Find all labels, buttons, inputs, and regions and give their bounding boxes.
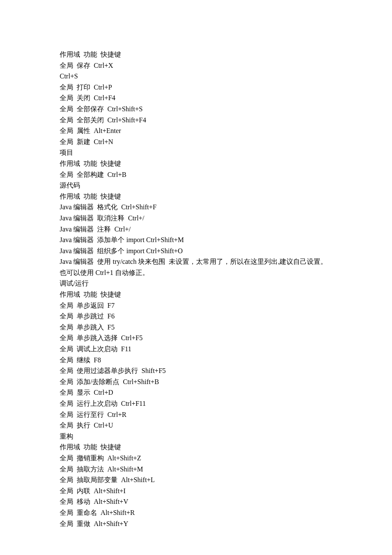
text-line: 全局 属性 Alt+Enter [60,125,332,136]
text-line: 全局 单步返回 F7 [60,300,332,311]
text-line: 作用域 功能 快捷键 [60,49,332,60]
text-line: 全局 关闭 Ctrl+F4 [60,92,332,104]
text-line: 全局 继续 F8 [60,355,332,366]
text-line: 全局 内联 Alt+Shift+I [60,486,332,497]
text-line: 全局 使用过滤器单步执行 Shift+F5 [60,365,332,376]
text-line: 作用域 功能 快捷键 [60,158,332,169]
text-line: 全局 移动 Alt+Shift+V [60,496,332,507]
text-line: 全局 添加/去除断点 Ctrl+Shift+B [60,376,332,387]
text-line: 全局 新建 Ctrl+N [60,136,332,147]
text-line: 项目 [60,147,332,158]
text-line: 全局 单步跳过 F6 [60,311,332,322]
text-line: Ctrl+S [60,71,332,82]
text-line: 全局 重命名 Alt+Shift+R [60,507,332,518]
text-line: 全局 全部保存 Ctrl+Shift+S [60,104,332,115]
text-line: Java 编辑器 格式化 Ctrl+Shift+F [60,202,332,213]
text-line: 全局 运行至行 Ctrl+R [60,409,332,420]
text-line: Java 编辑器 取消注释 Ctrl+/ [60,213,332,224]
text-line: 全局 调试上次启动 F11 [60,344,332,355]
text-line: 全局 单步跳入选择 Ctrl+F5 [60,332,332,344]
text-line: 源代码 [60,180,332,191]
text-line: 全局 全部构建 Ctrl+B [60,169,332,180]
text-line: 作用域 功能 快捷键 [60,442,332,453]
text-line: 全局 保存 Ctrl+X [60,60,332,71]
text-line: Java 编辑器 注释 Ctrl+/ [60,224,332,235]
text-line: 全局 打印 Ctrl+P [60,82,332,93]
text-line: Java 编辑器 组织多个 import Ctrl+Shift+O [60,246,332,257]
text-line: 全局 执行 Ctrl+U [60,420,332,431]
document-page: 作用域 功能 快捷键 全局 保存 Ctrl+X Ctrl+S 全局 打印 Ctr… [0,0,392,555]
text-line: 作用域 功能 快捷键 [60,191,332,202]
text-line: 全局 显示 Ctrl+D [60,387,332,398]
text-line: 全局 单步跳入 F5 [60,322,332,333]
text-line: 全局 撤销重构 Alt+Shift+Z [60,453,332,464]
text-line: 全局 重做 Alt+Shift+Y [60,518,332,529]
text-line: 全局 运行上次启动 Ctrl+F11 [60,398,332,409]
text-line: 全局 抽取方法 Alt+Shift+M [60,464,332,475]
text-line: 全局 全部关闭 Ctrl+Shift+F4 [60,115,332,126]
text-line: 也可以使用 Ctrl+1 自动修正。 [60,267,332,278]
text-line: Java 编辑器 添加单个 import Ctrl+Shift+M [60,234,332,246]
text-line: Java 编辑器 使用 try/catch 块来包围 未设置，太常用了，所以在这… [60,256,332,267]
text-line: 全局 抽取局部变量 Alt+Shift+L [60,474,332,486]
text-line: 调试/运行 [60,278,332,289]
text-line: 重构 [60,431,332,442]
text-line: 作用域 功能 快捷键 [60,289,332,300]
